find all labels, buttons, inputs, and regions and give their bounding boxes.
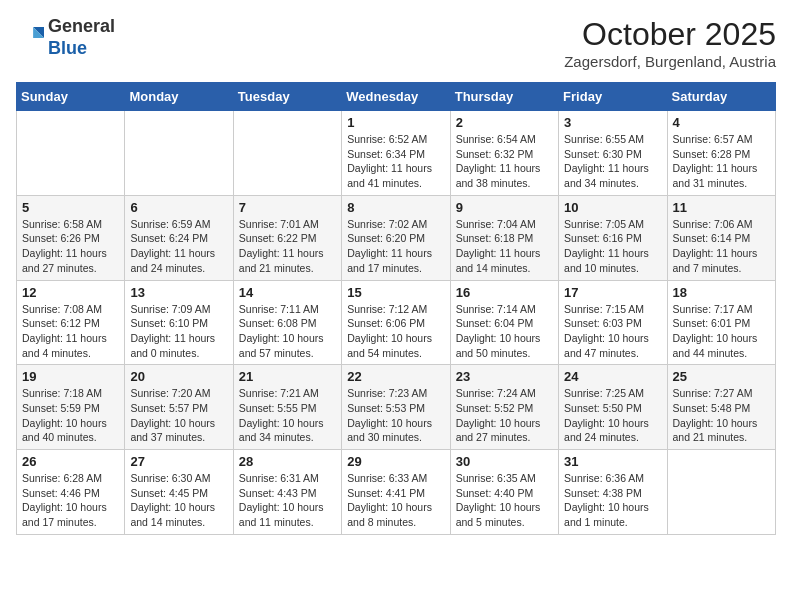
month-title: October 2025 <box>564 16 776 53</box>
calendar-cell: 14Sunrise: 7:11 AM Sunset: 6:08 PM Dayli… <box>233 280 341 365</box>
calendar-cell: 11Sunrise: 7:06 AM Sunset: 6:14 PM Dayli… <box>667 195 775 280</box>
day-info: Sunrise: 6:58 AM Sunset: 6:26 PM Dayligh… <box>22 217 119 276</box>
calendar-cell: 1Sunrise: 6:52 AM Sunset: 6:34 PM Daylig… <box>342 111 450 196</box>
weekday-header: Wednesday <box>342 83 450 111</box>
calendar-cell: 24Sunrise: 7:25 AM Sunset: 5:50 PM Dayli… <box>559 365 667 450</box>
calendar-cell: 25Sunrise: 7:27 AM Sunset: 5:48 PM Dayli… <box>667 365 775 450</box>
calendar-week-row: 5Sunrise: 6:58 AM Sunset: 6:26 PM Daylig… <box>17 195 776 280</box>
day-number: 23 <box>456 369 553 384</box>
weekday-header: Monday <box>125 83 233 111</box>
day-number: 30 <box>456 454 553 469</box>
weekday-header: Saturday <box>667 83 775 111</box>
day-number: 7 <box>239 200 336 215</box>
logo: General Blue <box>16 16 115 59</box>
calendar-cell: 18Sunrise: 7:17 AM Sunset: 6:01 PM Dayli… <box>667 280 775 365</box>
day-info: Sunrise: 7:20 AM Sunset: 5:57 PM Dayligh… <box>130 386 227 445</box>
day-number: 20 <box>130 369 227 384</box>
day-number: 1 <box>347 115 444 130</box>
day-number: 11 <box>673 200 770 215</box>
logo-general-text: General <box>48 16 115 38</box>
day-info: Sunrise: 7:24 AM Sunset: 5:52 PM Dayligh… <box>456 386 553 445</box>
day-number: 18 <box>673 285 770 300</box>
day-number: 6 <box>130 200 227 215</box>
calendar-cell: 15Sunrise: 7:12 AM Sunset: 6:06 PM Dayli… <box>342 280 450 365</box>
calendar-cell <box>125 111 233 196</box>
day-number: 13 <box>130 285 227 300</box>
day-number: 10 <box>564 200 661 215</box>
day-info: Sunrise: 6:59 AM Sunset: 6:24 PM Dayligh… <box>130 217 227 276</box>
calendar-cell: 20Sunrise: 7:20 AM Sunset: 5:57 PM Dayli… <box>125 365 233 450</box>
weekday-header: Thursday <box>450 83 558 111</box>
day-info: Sunrise: 7:17 AM Sunset: 6:01 PM Dayligh… <box>673 302 770 361</box>
day-number: 5 <box>22 200 119 215</box>
day-info: Sunrise: 7:02 AM Sunset: 6:20 PM Dayligh… <box>347 217 444 276</box>
day-info: Sunrise: 7:09 AM Sunset: 6:10 PM Dayligh… <box>130 302 227 361</box>
day-info: Sunrise: 6:30 AM Sunset: 4:45 PM Dayligh… <box>130 471 227 530</box>
calendar-cell <box>667 450 775 535</box>
calendar-cell: 2Sunrise: 6:54 AM Sunset: 6:32 PM Daylig… <box>450 111 558 196</box>
calendar-week-row: 1Sunrise: 6:52 AM Sunset: 6:34 PM Daylig… <box>17 111 776 196</box>
calendar-cell: 4Sunrise: 6:57 AM Sunset: 6:28 PM Daylig… <box>667 111 775 196</box>
calendar-cell: 9Sunrise: 7:04 AM Sunset: 6:18 PM Daylig… <box>450 195 558 280</box>
day-number: 4 <box>673 115 770 130</box>
logo-blue-text: Blue <box>48 38 115 60</box>
day-info: Sunrise: 7:08 AM Sunset: 6:12 PM Dayligh… <box>22 302 119 361</box>
day-number: 8 <box>347 200 444 215</box>
calendar-cell: 16Sunrise: 7:14 AM Sunset: 6:04 PM Dayli… <box>450 280 558 365</box>
day-info: Sunrise: 6:36 AM Sunset: 4:38 PM Dayligh… <box>564 471 661 530</box>
calendar-cell: 27Sunrise: 6:30 AM Sunset: 4:45 PM Dayli… <box>125 450 233 535</box>
logo-icon <box>16 24 44 52</box>
calendar-cell: 8Sunrise: 7:02 AM Sunset: 6:20 PM Daylig… <box>342 195 450 280</box>
calendar-week-row: 26Sunrise: 6:28 AM Sunset: 4:46 PM Dayli… <box>17 450 776 535</box>
day-number: 2 <box>456 115 553 130</box>
calendar-cell: 19Sunrise: 7:18 AM Sunset: 5:59 PM Dayli… <box>17 365 125 450</box>
day-info: Sunrise: 6:35 AM Sunset: 4:40 PM Dayligh… <box>456 471 553 530</box>
day-info: Sunrise: 6:52 AM Sunset: 6:34 PM Dayligh… <box>347 132 444 191</box>
weekday-header: Sunday <box>17 83 125 111</box>
day-number: 26 <box>22 454 119 469</box>
day-info: Sunrise: 7:04 AM Sunset: 6:18 PM Dayligh… <box>456 217 553 276</box>
day-number: 31 <box>564 454 661 469</box>
day-info: Sunrise: 7:15 AM Sunset: 6:03 PM Dayligh… <box>564 302 661 361</box>
calendar-week-row: 19Sunrise: 7:18 AM Sunset: 5:59 PM Dayli… <box>17 365 776 450</box>
day-number: 27 <box>130 454 227 469</box>
day-info: Sunrise: 7:18 AM Sunset: 5:59 PM Dayligh… <box>22 386 119 445</box>
day-info: Sunrise: 7:05 AM Sunset: 6:16 PM Dayligh… <box>564 217 661 276</box>
calendar-cell: 6Sunrise: 6:59 AM Sunset: 6:24 PM Daylig… <box>125 195 233 280</box>
day-number: 21 <box>239 369 336 384</box>
calendar-cell: 13Sunrise: 7:09 AM Sunset: 6:10 PM Dayli… <box>125 280 233 365</box>
calendar-cell <box>17 111 125 196</box>
calendar-cell: 30Sunrise: 6:35 AM Sunset: 4:40 PM Dayli… <box>450 450 558 535</box>
day-info: Sunrise: 7:12 AM Sunset: 6:06 PM Dayligh… <box>347 302 444 361</box>
calendar-cell: 22Sunrise: 7:23 AM Sunset: 5:53 PM Dayli… <box>342 365 450 450</box>
day-number: 17 <box>564 285 661 300</box>
day-number: 22 <box>347 369 444 384</box>
day-info: Sunrise: 7:11 AM Sunset: 6:08 PM Dayligh… <box>239 302 336 361</box>
day-number: 24 <box>564 369 661 384</box>
weekday-header: Tuesday <box>233 83 341 111</box>
day-info: Sunrise: 6:28 AM Sunset: 4:46 PM Dayligh… <box>22 471 119 530</box>
day-number: 3 <box>564 115 661 130</box>
day-info: Sunrise: 6:57 AM Sunset: 6:28 PM Dayligh… <box>673 132 770 191</box>
calendar-cell: 26Sunrise: 6:28 AM Sunset: 4:46 PM Dayli… <box>17 450 125 535</box>
calendar-cell: 29Sunrise: 6:33 AM Sunset: 4:41 PM Dayli… <box>342 450 450 535</box>
day-info: Sunrise: 6:31 AM Sunset: 4:43 PM Dayligh… <box>239 471 336 530</box>
day-number: 12 <box>22 285 119 300</box>
calendar-cell: 31Sunrise: 6:36 AM Sunset: 4:38 PM Dayli… <box>559 450 667 535</box>
calendar-cell: 28Sunrise: 6:31 AM Sunset: 4:43 PM Dayli… <box>233 450 341 535</box>
day-info: Sunrise: 7:21 AM Sunset: 5:55 PM Dayligh… <box>239 386 336 445</box>
calendar-cell: 12Sunrise: 7:08 AM Sunset: 6:12 PM Dayli… <box>17 280 125 365</box>
title-block: October 2025 Zagersdorf, Burgenland, Aus… <box>564 16 776 70</box>
calendar-week-row: 12Sunrise: 7:08 AM Sunset: 6:12 PM Dayli… <box>17 280 776 365</box>
day-info: Sunrise: 7:23 AM Sunset: 5:53 PM Dayligh… <box>347 386 444 445</box>
calendar-cell <box>233 111 341 196</box>
day-info: Sunrise: 7:01 AM Sunset: 6:22 PM Dayligh… <box>239 217 336 276</box>
day-info: Sunrise: 6:55 AM Sunset: 6:30 PM Dayligh… <box>564 132 661 191</box>
calendar-cell: 3Sunrise: 6:55 AM Sunset: 6:30 PM Daylig… <box>559 111 667 196</box>
day-number: 16 <box>456 285 553 300</box>
calendar-table: SundayMondayTuesdayWednesdayThursdayFrid… <box>16 82 776 535</box>
day-info: Sunrise: 7:27 AM Sunset: 5:48 PM Dayligh… <box>673 386 770 445</box>
day-info: Sunrise: 6:54 AM Sunset: 6:32 PM Dayligh… <box>456 132 553 191</box>
calendar-cell: 21Sunrise: 7:21 AM Sunset: 5:55 PM Dayli… <box>233 365 341 450</box>
calendar-header-row: SundayMondayTuesdayWednesdayThursdayFrid… <box>17 83 776 111</box>
